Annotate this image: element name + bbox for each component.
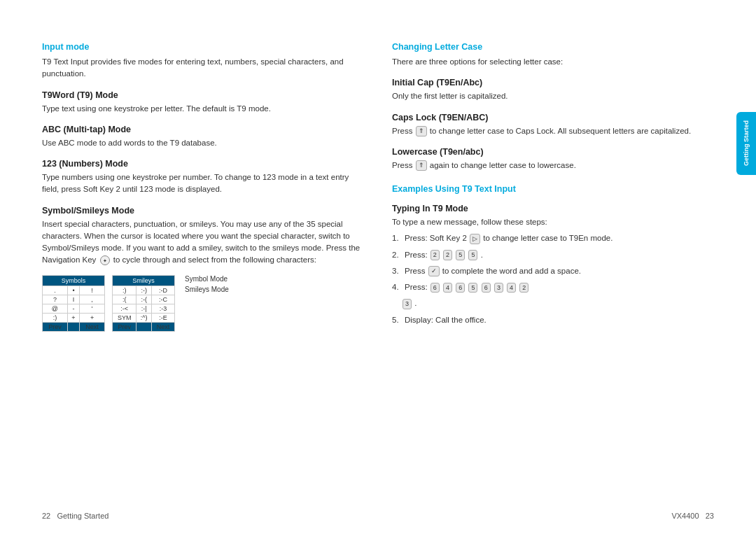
k4b: 4 (507, 283, 516, 293)
smileys-mode-label: Smileys Mode (185, 286, 229, 293)
complete-key: ✓ (428, 266, 440, 276)
step-4: 4. Press: 6 4 6 5 6 3 4 2 (392, 281, 714, 293)
lower-key: ⇑ (416, 160, 427, 171)
footer-right: VX4400 23 (671, 512, 714, 520)
sml-next: Next (151, 322, 174, 331)
smileys-table: Smileys :):-):-D :(:-(:-C :-<:-|:-3 SYM:… (112, 275, 175, 332)
k3: 3 (494, 283, 503, 293)
sym-prev: Prev (43, 322, 68, 331)
k2: 2 (519, 283, 528, 293)
caps-key: ⇑ (416, 126, 427, 136)
caps-lock-desc: Press ⇑ to change letter case to Caps Lo… (392, 125, 714, 137)
right-column: Changing Letter Case There are three opt… (392, 42, 714, 506)
side-tab-text: Getting Started (743, 120, 750, 166)
t9word-desc: Type text using one keystroke per letter… (42, 103, 364, 115)
abc-heading: ABC (Multi-tap) Mode (42, 125, 364, 134)
symbol-heading: Symbol/Smileys Mode (42, 206, 364, 216)
key-5a: 5 (456, 250, 465, 260)
input-mode-intro: T9 Text Input provides five modes for en… (42, 56, 364, 80)
changing-letter-case-heading: Changing Letter Case (392, 42, 714, 52)
footer-left: 22 Getting Started (42, 512, 108, 520)
tables-area: Symbols .•! ?I, @-' :)++ PrevNext Smiley… (42, 275, 364, 332)
symbol-desc: Insert special characters, punctuation, … (42, 218, 364, 267)
k6b: 6 (456, 283, 465, 293)
softkey2: ▷ (470, 234, 480, 244)
k3b: 3 (402, 299, 412, 309)
abc-desc: Use ABC mode to add words to the T9 data… (42, 137, 364, 149)
left-column: Input mode T9 Text Input provides five m… (42, 42, 364, 506)
key-5b: 5 (468, 250, 477, 260)
step-3: 3. Press ✓ to complete the word and add … (392, 265, 714, 277)
k4: 4 (443, 283, 452, 293)
typing-t9-heading: Typing In T9 Mode (392, 204, 714, 213)
initial-cap-heading: Initial Cap (T9En/Abc) (392, 78, 714, 87)
caps-lock-heading: Caps Lock (T9EN/ABC) (392, 113, 714, 122)
smileys-header: Smileys (113, 275, 175, 286)
page-num-right: 23 (706, 512, 714, 520)
sml-prev: Prev (113, 322, 136, 331)
table-labels: Symbol Mode Smileys Mode (185, 275, 229, 293)
step-1: 1. Press: Soft Key 2 ▷ to change letter … (392, 232, 714, 244)
footer-left-label: Getting Started (57, 512, 108, 520)
numbers-heading: 123 (Numbers) Mode (42, 159, 364, 169)
nav-icon: ✦ (100, 255, 110, 265)
examples-heading: Examples Using T9 Text Input (392, 184, 714, 194)
key-2b: 2 (443, 250, 452, 260)
initial-cap-desc: Only the first letter is capitalized. (392, 90, 714, 102)
footer-right-label: VX4400 (671, 512, 699, 520)
input-mode-heading: Input mode (42, 42, 364, 52)
k6c: 6 (482, 283, 491, 293)
key-2a: 2 (430, 250, 440, 260)
step-2: 2. Press: 2 2 5 5 . (392, 249, 714, 261)
k5: 5 (468, 283, 477, 293)
step-5: 5. Display: Call the office. (392, 314, 714, 326)
symbols-table: Symbols .•! ?I, @-' :)++ PrevNext (42, 275, 105, 332)
examples-section: Examples Using T9 Text Input Typing In T… (392, 184, 714, 326)
changing-letter-case-section: Changing Letter Case There are three opt… (392, 42, 714, 171)
side-tab: Getting Started (736, 112, 756, 175)
step-4b: 3 . (392, 297, 714, 309)
sym-next: Next (80, 322, 105, 331)
k6: 6 (430, 283, 440, 293)
numbers-desc: Type numbers using one keystroke per num… (42, 171, 364, 196)
typing-intro: To type a new message, follow these step… (392, 216, 714, 228)
steps-list: 1. Press: Soft Key 2 ▷ to change letter … (392, 232, 714, 326)
input-mode-section: Input mode T9 Text Input provides five m… (42, 42, 364, 267)
page-footer: 22 Getting Started VX4400 23 (42, 512, 714, 520)
lowercase-desc: Press ⇑ again to change letter case to l… (392, 160, 714, 171)
symbol-mode-label: Symbol Mode (185, 275, 229, 283)
letter-case-intro: There are three options for selecting le… (392, 56, 714, 68)
t9word-heading: T9Word (T9) Mode (42, 90, 364, 100)
symbols-header: Symbols (43, 275, 105, 286)
page-num-left: 22 (42, 512, 50, 520)
page-container: Getting Started Input mode T9 Text Input… (0, 0, 756, 534)
lowercase-heading: Lowercase (T9en/abc) (392, 147, 714, 157)
content-columns: Input mode T9 Text Input provides five m… (42, 42, 714, 506)
